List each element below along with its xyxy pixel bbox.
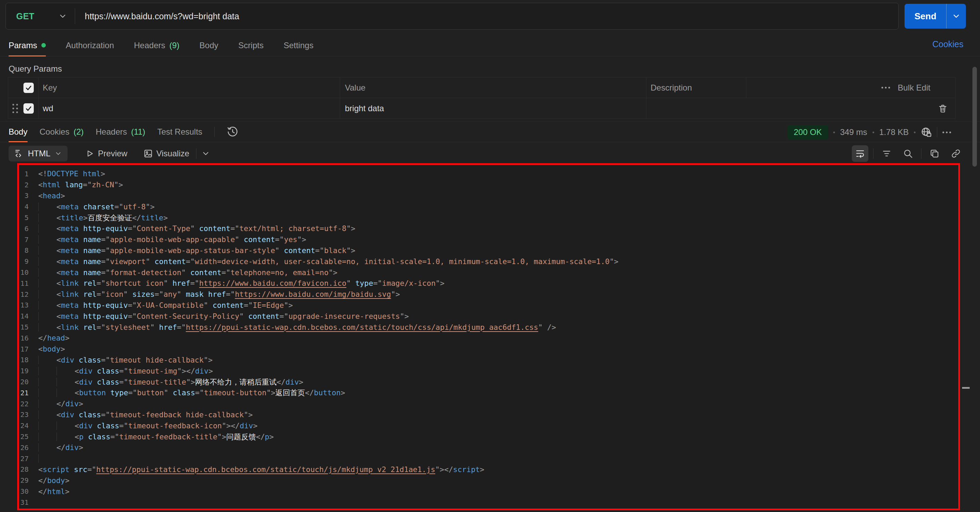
code-text: <body>: [38, 345, 65, 353]
wrap-text-button[interactable]: [852, 145, 869, 162]
tab-body[interactable]: Body: [199, 35, 218, 56]
response-tab-cookies[interactable]: Cookies (2): [40, 122, 84, 142]
code-line: 8 <meta name="apple-mobile-web-app-statu…: [19, 245, 958, 256]
play-icon: [85, 149, 94, 159]
line-number: 3: [19, 192, 29, 200]
code-line: 16</head>: [19, 333, 958, 344]
code-format-icon: [14, 149, 24, 159]
dot-separator: [872, 132, 874, 133]
request-url-bar: GET https://www.baidu.com/s?wd=bright da…: [5, 3, 899, 30]
code-line: 30</html>: [19, 486, 958, 497]
line-number: 1: [19, 170, 29, 178]
code-line: 12 <link rel="icon" sizes="any" mask hre…: [19, 289, 958, 300]
divider: [937, 127, 937, 137]
code-line: 3<head>: [19, 190, 958, 201]
tab-settings[interactable]: Settings: [283, 35, 313, 56]
select-all-checkbox[interactable]: [24, 82, 34, 93]
code-line: 24 <div class="timeout-feedback-icon"></…: [19, 420, 958, 431]
filter-button[interactable]: [878, 145, 895, 162]
line-number: 7: [19, 236, 29, 244]
visualize-button[interactable]: Visualize: [143, 149, 189, 159]
delete-row-icon[interactable]: [938, 104, 948, 113]
line-number: 8: [19, 246, 29, 254]
line-number: 25: [19, 433, 29, 441]
row-checkbox[interactable]: [24, 103, 34, 114]
preview-label: Preview: [98, 149, 127, 159]
response-tab-test-results[interactable]: Test Results: [157, 122, 202, 142]
query-params-title: Query Params: [9, 64, 62, 74]
more-options-icon: [881, 87, 890, 89]
chevron-down-icon: [58, 12, 67, 21]
divider: [196, 148, 196, 159]
code-text: <meta name="viewport" content="width=dev…: [38, 257, 619, 266]
dot-separator: [833, 132, 835, 133]
code-text: <p class="timeout-feedback-title">问题反馈</…: [38, 432, 274, 442]
tab-headers[interactable]: Headers (9): [134, 35, 180, 56]
response-tab-cookies-label: Cookies: [40, 127, 70, 137]
cookies-link[interactable]: Cookies: [932, 39, 964, 49]
code-text: <meta name="apple-mobile-web-app-capable…: [38, 235, 306, 244]
image-icon: [143, 149, 153, 159]
preview-button[interactable]: Preview: [85, 149, 127, 159]
line-number: 26: [19, 444, 29, 452]
line-number: 5: [19, 214, 29, 222]
code-line: 19 <div class="timeout-img"></div>: [19, 365, 958, 376]
scrollbar-thumb[interactable]: [972, 67, 977, 166]
code-line: 26 </div>: [19, 442, 958, 453]
send-button-label[interactable]: Send: [905, 4, 946, 29]
code-text: <div class="timeout-img"></div>: [38, 367, 213, 375]
url-input[interactable]: https://www.baidu.com/s?wd=bright data: [85, 11, 239, 21]
line-number: 17: [19, 345, 29, 353]
response-tab-headers[interactable]: Headers (11): [96, 122, 145, 142]
status-badge[interactable]: 200 OK: [788, 125, 828, 139]
drag-handle-icon[interactable]: [13, 104, 18, 113]
network-security-icon[interactable]: [921, 127, 932, 138]
code-line: 4 <meta charset="utf-8">: [19, 201, 958, 212]
line-number: 9: [19, 257, 29, 265]
visualize-options-chevron[interactable]: [201, 149, 210, 158]
tab-authorization[interactable]: Authorization: [66, 35, 114, 56]
table-header-row: Key Value Description Bulk Edit: [8, 78, 955, 98]
visualize-label: Visualize: [156, 149, 189, 159]
param-description-field[interactable]: [646, 98, 955, 119]
response-size: 1.78 KB: [880, 127, 909, 137]
tab-settings-label: Settings: [283, 41, 313, 50]
response-body-editor[interactable]: 1<!DOCTYPE html>2<html lang="zh-CN">3<he…: [17, 163, 960, 510]
link-icon: [951, 148, 961, 159]
code-text: <div class="timeout-feedback-icon"></div…: [38, 422, 258, 430]
line-number: 27: [19, 455, 29, 463]
dot-separator: [914, 132, 916, 133]
bulk-edit-button[interactable]: Bulk Edit: [746, 78, 955, 98]
wrap-text-icon: [855, 148, 865, 159]
copy-button[interactable]: [926, 145, 943, 162]
code-text: <html lang="zh-CN">: [38, 181, 123, 189]
response-history-icon[interactable]: [227, 126, 239, 138]
method-selector[interactable]: GET: [6, 3, 75, 29]
tab-params-label: Params: [9, 41, 37, 50]
format-selector[interactable]: HTML: [9, 146, 68, 162]
share-link-button[interactable]: [948, 145, 964, 162]
send-button[interactable]: Send: [905, 4, 966, 29]
code-text: <meta http-equiv="Content-Security-Polic…: [38, 312, 409, 320]
line-number: 23: [19, 411, 29, 419]
code-line: 27: [19, 453, 958, 464]
line-number: 18: [19, 356, 29, 364]
code-text: </body>: [38, 476, 70, 485]
param-value-field[interactable]: bright data: [340, 98, 646, 119]
code-text: <link rel="stylesheet" href="https://ppu…: [38, 323, 556, 331]
param-key-field[interactable]: wd: [38, 98, 340, 119]
line-number: 2: [19, 181, 29, 189]
code-text: <meta charset="utf-8">: [38, 203, 155, 211]
line-number: 16: [19, 334, 29, 342]
response-tab-test-results-label: Test Results: [157, 127, 202, 137]
response-tab-body[interactable]: Body: [9, 122, 27, 142]
tab-scripts[interactable]: Scripts: [239, 35, 264, 56]
code-line: 5 <title>百度安全验证</title>: [19, 212, 958, 223]
response-more-options[interactable]: [942, 132, 951, 133]
send-options-chevron[interactable]: [947, 4, 966, 29]
copy-icon: [929, 148, 940, 159]
tab-params[interactable]: Params: [9, 35, 46, 56]
search-button[interactable]: [900, 145, 916, 162]
code-line: 23 <div class="timeout-feedback hide-cal…: [19, 409, 958, 420]
request-tabs: Params Authorization Headers (9) Body Sc…: [0, 35, 980, 57]
